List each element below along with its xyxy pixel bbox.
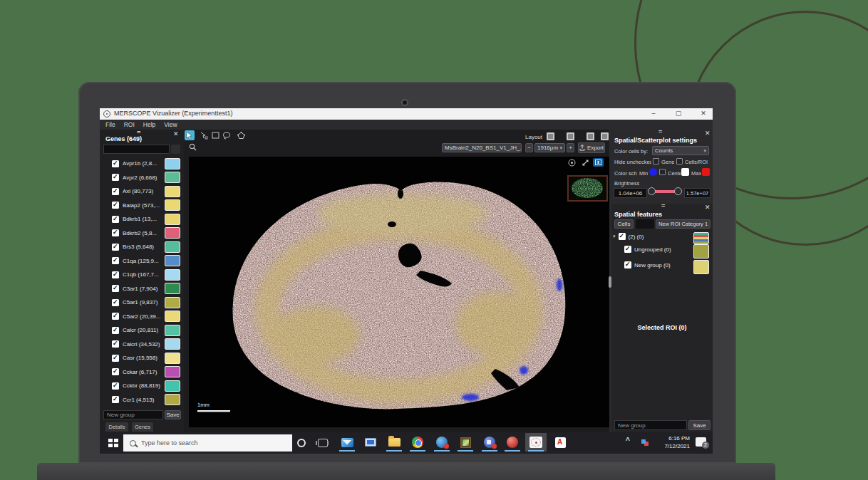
search-input[interactable] (141, 439, 269, 447)
gene-color-swatch[interactable] (165, 311, 180, 322)
minimize-button[interactable]: – (646, 108, 661, 120)
cells-button[interactable]: Cells (614, 219, 634, 229)
gene-checkbox[interactable] (112, 313, 119, 320)
new-roi-category-button[interactable]: New ROI Category 1 (656, 219, 711, 229)
node-select-tool-button[interactable] (200, 131, 208, 140)
tray-app-icon[interactable] (641, 439, 646, 444)
gene-checkbox[interactable] (112, 327, 119, 334)
menu-item-view[interactable]: View (164, 121, 177, 128)
genes-panel-close-icon[interactable]: ✕ (173, 131, 179, 137)
export-button[interactable]: Export (578, 142, 605, 153)
gene-color-swatch[interactable] (165, 394, 180, 405)
panel-drag-handle-icon[interactable]: = (137, 130, 140, 135)
gene-checkbox[interactable] (112, 244, 119, 251)
gene-checkbox[interactable] (112, 299, 119, 306)
gene-checkbox[interactable] (112, 174, 119, 181)
rectangle-roi-tool-button[interactable] (211, 131, 219, 140)
scale-select[interactable]: 1916µm (534, 143, 565, 152)
gene-color-swatch[interactable] (165, 353, 180, 364)
roi-save-button[interactable]: Save (688, 420, 711, 430)
menu-item-help[interactable]: Help (143, 121, 155, 128)
gene-color-swatch[interactable] (165, 269, 180, 281)
zoom-tool-icon[interactable] (188, 142, 197, 151)
gene-checkbox[interactable] (112, 257, 119, 264)
zoom-in-button[interactable]: + (567, 143, 574, 152)
brightness-max-value[interactable]: 1.57e+07 (684, 188, 711, 198)
gene-checkbox[interactable] (112, 229, 119, 236)
menu-item-file[interactable]: File (105, 121, 115, 128)
taskbar-clock[interactable]: 6:16 PM 7/12/2021 (653, 435, 690, 450)
notification-button[interactable]: 2 (696, 437, 706, 447)
cortana-button[interactable] (297, 439, 306, 447)
settings-panel-close-icon[interactable]: ✕ (705, 130, 711, 137)
taskbar-search[interactable] (123, 434, 292, 452)
root-color-swatch[interactable] (693, 232, 709, 244)
gene-checkbox[interactable] (112, 396, 119, 403)
gene-color-swatch[interactable] (165, 214, 180, 225)
roi-new-group-input[interactable] (614, 420, 687, 430)
dataset-select[interactable]: MsBrain2_N20_BS1_V1_JH_... (442, 143, 522, 152)
features-panel-close-icon[interactable]: ✕ (705, 204, 711, 211)
gene-search-filter-button[interactable] (171, 145, 180, 154)
hide-unchecked-cells-checkbox[interactable] (676, 158, 683, 165)
file-explorer-taskbar-button[interactable] (383, 433, 405, 452)
save-group-button[interactable]: Save (165, 410, 181, 419)
red-app-taskbar-button[interactable] (502, 433, 523, 452)
gene-checkbox[interactable] (112, 202, 119, 209)
fullscreen-button[interactable] (581, 158, 589, 167)
feature-color-swatch[interactable] (693, 260, 709, 274)
gene-color-swatch[interactable] (165, 241, 180, 253)
center-color-swatch[interactable] (681, 168, 689, 176)
gene-checkbox[interactable] (112, 340, 119, 348)
hide-unchecked-gene-checkbox[interactable] (653, 158, 659, 165)
feature-checkbox[interactable] (624, 246, 631, 253)
gene-color-swatch[interactable] (165, 366, 180, 377)
gene-checkbox[interactable] (112, 382, 119, 390)
tree-expander-icon[interactable] (613, 234, 616, 239)
gene-color-swatch[interactable] (165, 186, 180, 197)
select-tool-button[interactable] (185, 130, 195, 140)
lasso-roi-tool-button[interactable] (222, 131, 231, 140)
panel-drag-handle-icon[interactable]: = (658, 130, 662, 134)
gene-color-swatch[interactable] (165, 227, 180, 239)
gene-color-swatch[interactable] (165, 283, 180, 294)
max-color-swatch[interactable] (702, 168, 710, 176)
gene-color-swatch[interactable] (165, 172, 180, 183)
tab-details[interactable]: Details (105, 422, 128, 432)
min-color-swatch[interactable] (649, 168, 657, 176)
color-cells-by-select[interactable]: Counts (652, 146, 709, 155)
new-group-input[interactable] (103, 410, 163, 419)
merscope-visualizer-taskbar-button[interactable] (525, 433, 547, 452)
this-pc-taskbar-button[interactable] (360, 433, 381, 452)
minimap-toggle-button[interactable] (593, 158, 604, 167)
tab-genes[interactable]: Genes (132, 422, 153, 432)
gene-color-swatch[interactable] (165, 255, 180, 266)
gene-color-swatch[interactable] (165, 325, 180, 336)
gene-search-input[interactable] (103, 145, 170, 154)
layout-button-1[interactable] (547, 132, 554, 140)
gene-color-swatch[interactable] (165, 380, 180, 392)
gene-checkbox[interactable] (112, 216, 119, 223)
acrobat-taskbar-button[interactable] (549, 433, 571, 452)
gene-checkbox[interactable] (112, 188, 119, 195)
polygon-roi-tool-button[interactable] (237, 131, 245, 140)
mail-taskbar-button[interactable] (336, 433, 358, 452)
feature-checkbox[interactable] (624, 261, 631, 268)
panel-drag-handle-icon[interactable]: = (661, 204, 665, 208)
spatial-canvas[interactable]: 1mm (189, 157, 609, 427)
root-checkbox[interactable] (619, 233, 626, 240)
gene-color-swatch[interactable] (165, 158, 180, 169)
brightness-max-handle[interactable] (674, 187, 682, 195)
close-button[interactable]: ✕ (696, 108, 711, 120)
layout-button-3[interactable] (587, 132, 594, 140)
start-button[interactable] (104, 432, 123, 454)
gene-color-swatch[interactable] (165, 199, 180, 211)
brightness-min-handle[interactable] (648, 187, 656, 195)
gene-checkbox[interactable] (112, 368, 119, 375)
brightness-min-value[interactable]: 1.04e+06 (614, 188, 647, 198)
roi-category-input[interactable] (636, 219, 654, 229)
layout-button-4[interactable] (601, 132, 609, 140)
gene-checkbox[interactable] (112, 355, 119, 362)
task-view-button[interactable] (318, 439, 328, 447)
maximize-button[interactable]: ▢ (671, 108, 686, 120)
